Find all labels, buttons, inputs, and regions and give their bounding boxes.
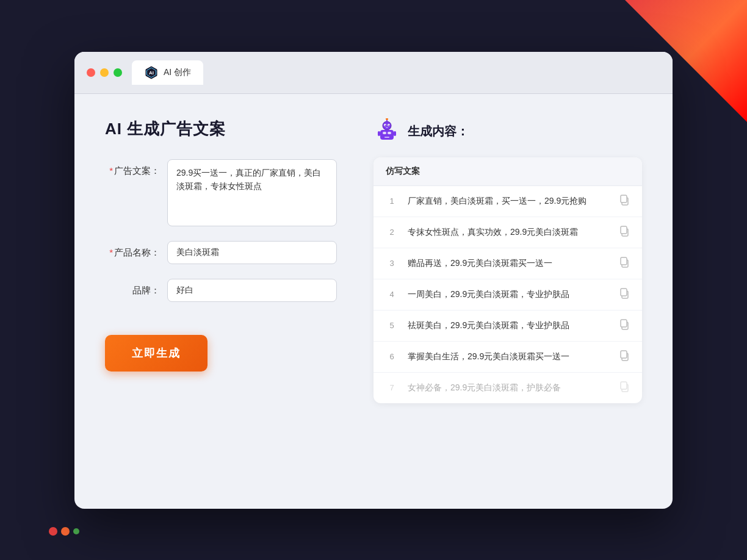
dot-red [49, 527, 57, 536]
left-panel: AI 生成广告文案 *广告文案： 29.9买一送一，真正的厂家直销，美白淡斑霜，… [105, 118, 337, 484]
copy-button[interactable] [619, 226, 630, 239]
row-number: 3 [386, 259, 398, 268]
table-row: 1厂家直销，美白淡斑霜，买一送一，29.9元抢购 [374, 186, 642, 217]
row-number: 6 [386, 352, 398, 361]
generate-button[interactable]: 立即生成 [105, 335, 208, 372]
svg-rect-20 [621, 226, 627, 234]
row-number: 5 [386, 321, 398, 330]
svg-rect-16 [394, 131, 396, 136]
table-row: 5祛斑美白，29.9元美白淡斑霜，专业护肤品 [374, 311, 642, 342]
window-controls [87, 68, 122, 77]
robot-icon [374, 118, 400, 145]
tab-label: AI 创作 [164, 67, 191, 78]
table-row: 3赠品再送，29.9元美白淡斑霜买一送一 [374, 248, 642, 279]
svg-rect-22 [621, 257, 627, 265]
product-name-required-star: * [109, 247, 113, 257]
maximize-window-button[interactable] [114, 68, 122, 77]
row-number: 4 [386, 290, 398, 299]
svg-text:AI: AI [149, 70, 154, 76]
browser-tab[interactable]: AI AI 创作 [132, 60, 203, 85]
ad-copy-label: *广告文案： [105, 159, 160, 177]
brand-input[interactable] [167, 279, 337, 302]
result-title: 生成内容： [408, 123, 469, 140]
result-header: 生成内容： [374, 118, 642, 145]
product-name-row: *产品名称： [105, 241, 337, 264]
svg-rect-24 [621, 289, 627, 296]
browser-window: AI AI 创作 AI 生成广告文案 *广告文案： 29.9买一送一，真正的厂家… [74, 52, 673, 509]
brand-row: 品牌： [105, 279, 337, 302]
dot-green [73, 528, 79, 534]
svg-point-14 [386, 118, 388, 120]
row-text: 厂家直销，美白淡斑霜，买一送一，29.9元抢购 [408, 195, 609, 207]
svg-point-6 [385, 124, 386, 126]
ai-tab-icon: AI [144, 65, 159, 80]
copy-button[interactable] [619, 350, 630, 364]
product-name-label: *产品名称： [105, 241, 160, 259]
svg-rect-30 [621, 382, 627, 389]
row-text: 一周美白，29.9元美白淡斑霜，专业护肤品 [408, 288, 609, 301]
row-number: 2 [386, 228, 398, 237]
copy-button[interactable] [619, 288, 630, 301]
row-text: 祛斑美白，29.9元美白淡斑霜，专业护肤品 [408, 319, 609, 332]
result-table: 仿写文案 1厂家直销，美白淡斑霜，买一送一，29.9元抢购 2专抹女性斑点，真实… [374, 157, 642, 403]
table-row: 6掌握美白生活，29.9元美白淡斑霜买一送一 [374, 342, 642, 373]
row-text: 赠品再送，29.9元美白淡斑霜买一送一 [408, 257, 609, 270]
svg-rect-15 [378, 131, 380, 136]
svg-rect-12 [384, 137, 389, 138]
row-number: 7 [386, 383, 398, 392]
bg-decoration-dots [49, 527, 79, 536]
ad-copy-input[interactable]: 29.9买一送一，真正的厂家直销，美白淡斑霜，专抹女性斑点 [167, 159, 337, 226]
svg-rect-26 [621, 320, 627, 327]
table-row: 7女神必备，29.9元美白淡斑霜，护肤必备 [374, 373, 642, 403]
row-text: 女神必备，29.9元美白淡斑霜，护肤必备 [408, 381, 609, 394]
row-number: 1 [386, 196, 398, 206]
copy-button[interactable] [619, 195, 630, 208]
product-name-input[interactable] [167, 241, 337, 264]
table-header: 仿写文案 [374, 157, 642, 186]
svg-point-7 [389, 124, 390, 126]
minimize-window-button[interactable] [100, 68, 109, 77]
brand-label: 品牌： [105, 279, 160, 296]
svg-rect-11 [388, 132, 391, 134]
table-row: 2专抹女性斑点，真实功效，29.9元美白淡斑霜 [374, 217, 642, 248]
table-row: 4一周美白，29.9元美白淡斑霜，专业护肤品 [374, 279, 642, 311]
row-text: 专抹女性斑点，真实功效，29.9元美白淡斑霜 [408, 226, 609, 239]
row-text: 掌握美白生活，29.9元美白淡斑霜买一送一 [408, 350, 609, 363]
dot-orange [61, 527, 70, 536]
copy-button[interactable] [619, 319, 630, 332]
svg-rect-9 [380, 130, 394, 140]
svg-rect-28 [621, 351, 627, 358]
close-window-button[interactable] [87, 68, 95, 77]
svg-rect-18 [621, 195, 627, 203]
right-panel: 生成内容： 仿写文案 1厂家直销，美白淡斑霜，买一送一，29.9元抢购 2专抹女… [374, 118, 642, 484]
ad-copy-required-star: * [109, 165, 113, 176]
page-title: AI 生成广告文案 [105, 118, 337, 140]
copy-button[interactable] [619, 381, 630, 395]
svg-rect-8 [386, 127, 388, 128]
svg-rect-10 [383, 132, 386, 134]
main-content: AI 生成广告文案 *广告文案： 29.9买一送一，真正的厂家直销，美白淡斑霜，… [74, 94, 673, 509]
ad-copy-row: *广告文案： 29.9买一送一，真正的厂家直销，美白淡斑霜，专抹女性斑点 [105, 159, 337, 226]
copy-button[interactable] [619, 257, 630, 270]
svg-point-3 [383, 121, 391, 130]
title-bar: AI AI 创作 [74, 52, 673, 94]
